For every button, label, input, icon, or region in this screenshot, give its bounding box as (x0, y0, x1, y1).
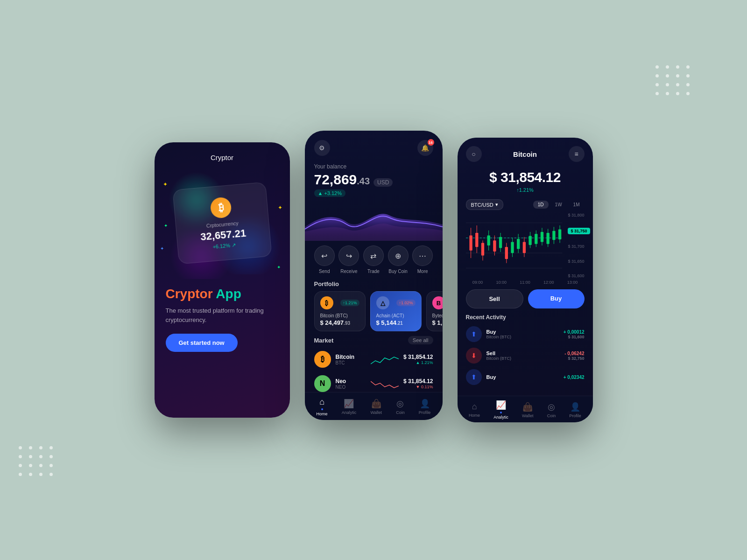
portfolio-card-byte[interactable]: B Bytec... $ 1,17 (426, 291, 443, 331)
svg-rect-20 (499, 237, 501, 248)
buy-coin-button[interactable]: ⊕ Buy Coin (388, 245, 409, 274)
nav3-profile[interactable]: 👤 Profile (569, 402, 581, 418)
market-neo-name: Neo (336, 378, 366, 385)
activity-info-1: Buy Bitcoin (BTC) (486, 329, 559, 339)
nav-analytic[interactable]: 📈 Analytic (342, 399, 357, 415)
market-btc-symbol: BTC (336, 360, 366, 365)
activity-type-3: Buy (486, 374, 559, 380)
nav3-home[interactable]: ⌂ Home (469, 402, 480, 418)
send-icon: ↩ (314, 245, 335, 266)
activity-sub-1: Bitcoin (BTC) (486, 335, 559, 339)
market-btc-icon: ₿ (314, 351, 331, 368)
nav-coin-label: Coin (396, 410, 405, 415)
back-icon[interactable]: ○ (466, 146, 482, 162)
phone-landing: Cryptor ✦ ✦ ✦ ✦ ✦ ₿ Crptocurrency 32,657… (155, 142, 290, 418)
nav3-wallet-icon: 👜 (522, 402, 533, 412)
btc-name: Bitcoin (BTC) (320, 313, 359, 318)
nav3-wallet-label: Wallet (522, 413, 534, 418)
nav3-profile-label: Profile (569, 413, 581, 418)
star-decoration-2: ✦ (278, 204, 282, 211)
nav3-home-icon: ⌂ (472, 402, 477, 412)
portfolio-card-act[interactable]: △ ↑1.02% Achain (ACT) $ 5,144.21 (370, 291, 422, 331)
analytic-icon: 📈 (344, 399, 354, 409)
get-started-button[interactable]: Get started now (166, 334, 238, 352)
sell-button[interactable]: Sell (466, 289, 523, 308)
nav-wallet[interactable]: 👜 Wallet (370, 399, 382, 415)
nav-active-dot (321, 408, 323, 410)
price-labels: $ 31,800 $ 31,750 $ 31,700 $ 31,650 $ 31… (568, 213, 590, 278)
svg-rect-16 (522, 242, 525, 253)
act-name: Achain (ACT) (376, 313, 416, 318)
settings-icon[interactable]: ⚙ (314, 140, 330, 156)
receive-button[interactable]: ↪ Receive (338, 245, 359, 274)
svg-rect-10 (481, 243, 484, 256)
market-header: Market See all (305, 331, 443, 347)
activity-price-2: $ 32,750 (564, 356, 584, 361)
nav3-coin[interactable]: ◎ Coin (547, 402, 556, 418)
menu-icon[interactable]: ≡ (569, 146, 585, 162)
svg-rect-8 (475, 233, 478, 247)
svg-rect-26 (529, 236, 531, 245)
balance-row: 72,869.43 USD (314, 172, 433, 188)
btc-value: $ 24,497.93 (320, 319, 359, 326)
coin-icon: ◎ (396, 399, 404, 409)
svg-rect-18 (487, 235, 490, 245)
nav-profile[interactable]: 👤 Profile (419, 399, 431, 415)
recent-activity-title: Recent Activity (458, 313, 593, 323)
card-label: Crptocurrency (206, 220, 239, 229)
nav-home[interactable]: ⌂ Home (317, 397, 328, 416)
market-btc-pct: ▲ 1.21% (403, 360, 433, 365)
activity-sell-icon-1: ⬇ (466, 348, 482, 364)
candle-svg (466, 213, 585, 278)
see-all-button[interactable]: See all (408, 336, 433, 344)
market-neo-symbol: NEO (336, 385, 366, 390)
app-title: Cryptor App (166, 287, 279, 301)
market-btc-price: $ 31,854.12 (403, 354, 433, 360)
market-btc-name: Bitcoin (336, 354, 366, 360)
act-value: $ 5,144.21 (376, 319, 416, 326)
nav-coin[interactable]: ◎ Coin (396, 399, 405, 415)
buy-button[interactable]: Buy (528, 289, 585, 308)
btc-icon: ₿ (210, 196, 232, 219)
trade-button[interactable]: ⇄ Trade (363, 245, 384, 274)
nav-wallet-label: Wallet (370, 410, 382, 415)
phone-dashboard: ⚙ 🔔 16 Your balance 72,869.43 USD ▲ +3.1… (305, 131, 443, 420)
activity-info-2: Sell Bitcoin (BTC) (486, 350, 560, 361)
time-1m[interactable]: 1M (569, 201, 585, 209)
activity-buy-1: ⬆ Buy Bitcoin (BTC) + 0,00012 $ 31,600 (458, 323, 593, 345)
market-neo-icon: N (314, 375, 331, 392)
market-btc-price-col: $ 31,854.12 ▲ 1.21% (403, 354, 433, 365)
nav-analytic-label: Analytic (342, 410, 357, 415)
time-1300: 13:00 (567, 280, 578, 285)
svg-rect-14 (505, 247, 507, 259)
app-title-green: App (216, 287, 241, 301)
activity-amount-2: - 0,06242 $ 32,750 (564, 351, 584, 361)
market-btc-chart (371, 352, 399, 366)
nav3-analytic[interactable]: 📈 Analytic (493, 400, 508, 420)
send-button[interactable]: ↩ Send (314, 245, 335, 274)
actions-row: ↩ Send ↪ Receive ⇄ Trade ⊕ Buy Coin ⋯ Mo… (305, 241, 443, 279)
nav3-home-label: Home (469, 413, 480, 418)
more-label: More (417, 269, 428, 274)
phone1-card-area: ✦ ✦ ✦ ✦ ✦ ₿ Crptocurrency 32,657.21 +6.1… (155, 167, 290, 279)
notification-icon[interactable]: 🔔 16 (417, 140, 433, 156)
market-item-btc[interactable]: ₿ Bitcoin BTC $ 31,854.12 ▲ 1.21% (305, 347, 443, 371)
price-31600: $ 31,600 (568, 273, 590, 278)
byte-value: $ 1,17 (432, 319, 443, 326)
balance-currency: USD (374, 178, 393, 187)
svg-rect-24 (517, 239, 520, 249)
market-neo-info: Neo NEO (336, 378, 366, 390)
time-1d[interactable]: 1D (533, 201, 549, 209)
svg-rect-34 (552, 231, 555, 240)
price-31700: $ 31,700 (568, 244, 590, 249)
current-price-tag: $ 31,750 (568, 228, 590, 234)
profile-icon: 👤 (420, 399, 430, 409)
nav3-wallet[interactable]: 👜 Wallet (522, 402, 534, 418)
time-1w[interactable]: 1W (550, 201, 567, 209)
portfolio-card-btc[interactable]: ₿ ↑1.21% Bitcoin (BTC) $ 24,497.93 (314, 291, 366, 331)
more-button[interactable]: ⋯ More (412, 245, 433, 274)
svg-rect-22 (511, 242, 514, 253)
btc-coin-icon: ₿ (320, 296, 333, 309)
pair-selector[interactable]: BTC/USD ▾ (466, 199, 503, 210)
star-decoration-1: ✦ (163, 181, 168, 188)
